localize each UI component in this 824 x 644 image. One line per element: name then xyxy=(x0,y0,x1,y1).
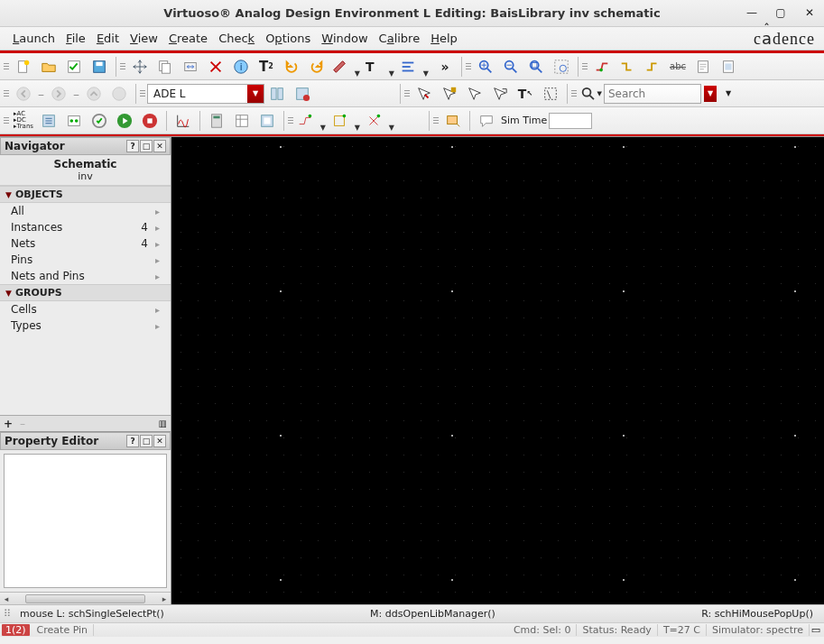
page-indicator[interactable]: 1(2) xyxy=(2,624,30,636)
info-icon[interactable]: i xyxy=(229,56,253,78)
doc-icon-b[interactable] xyxy=(717,56,740,78)
calc-icon[interactable] xyxy=(205,110,228,132)
menu-window[interactable]: Window xyxy=(316,30,373,47)
sim-time-input[interactable] xyxy=(549,113,592,129)
results-icon[interactable] xyxy=(230,110,254,132)
svg-point-49 xyxy=(377,114,381,117)
plot-icon[interactable] xyxy=(171,110,195,132)
nav-item[interactable]: Nets4▸ xyxy=(0,235,171,252)
select-arr3-icon[interactable] xyxy=(488,83,512,105)
menu-launch[interactable]: Launch xyxy=(7,30,60,47)
move-icon[interactable] xyxy=(128,56,152,78)
menu-edit[interactable]: Edit xyxy=(91,30,125,47)
maximize-button[interactable]: ▢ xyxy=(772,4,790,22)
layout-icon-b[interactable] xyxy=(291,83,314,105)
doc-icon-a[interactable] xyxy=(691,56,715,78)
open-icon[interactable] xyxy=(37,56,60,78)
prop-help-button[interactable]: ? xyxy=(126,435,139,447)
wire-icon-b[interactable] xyxy=(616,56,639,78)
nav-item[interactable]: Pins▸ xyxy=(0,252,171,268)
svg-rect-28 xyxy=(278,87,282,99)
nav-item[interactable]: Types▸ xyxy=(0,317,171,334)
nav-group-header[interactable]: ▼GROUPS xyxy=(0,284,171,301)
text-drop-icon[interactable]: T▼ xyxy=(365,56,397,78)
nav-item[interactable]: Cells▸ xyxy=(0,301,171,317)
prop-close-button[interactable]: ✕ xyxy=(153,435,166,447)
menu-help[interactable]: Help xyxy=(425,30,463,47)
search-input[interactable] xyxy=(604,84,701,104)
zoom-fit-icon[interactable] xyxy=(524,56,548,78)
nav-item[interactable]: Instances4▸ xyxy=(0,219,171,235)
probe-drop2[interactable]: ▼ xyxy=(330,110,363,132)
select-box-icon[interactable] xyxy=(539,83,562,105)
nav-close-button[interactable]: ✕ xyxy=(153,140,166,152)
var-icon[interactable] xyxy=(37,110,60,132)
annotate-icon[interactable] xyxy=(441,110,465,132)
new-icon[interactable] xyxy=(12,56,35,78)
menu-calibre[interactable]: Calibre xyxy=(374,30,426,47)
svg-rect-10 xyxy=(403,61,414,63)
svg-rect-22 xyxy=(725,63,731,69)
select-arr1-icon[interactable] xyxy=(438,83,461,105)
search-drop-icon[interactable]: ▼ xyxy=(579,83,603,105)
run-icon[interactable] xyxy=(113,110,136,132)
nav-group-header[interactable]: ▼OBJECTS xyxy=(0,186,171,203)
brand-logo: cadence xyxy=(754,29,815,49)
nav-home-icon xyxy=(107,83,131,105)
schematic-canvas[interactable] xyxy=(171,137,824,604)
outputs-icon[interactable] xyxy=(62,110,86,132)
nav-remove-button[interactable]: – xyxy=(20,418,25,430)
layout-icon-a[interactable] xyxy=(265,83,289,105)
probe-drop3[interactable]: ▼ xyxy=(365,110,397,132)
workspace-combo[interactable]: ADE L▼ xyxy=(147,84,264,104)
nav-float-button[interactable]: □ xyxy=(140,140,153,152)
svg-rect-4 xyxy=(96,61,102,66)
nav-help-button[interactable]: ? xyxy=(126,140,139,152)
nav-column-button[interactable]: ▥ xyxy=(159,419,167,428)
chat-icon[interactable] xyxy=(475,110,498,132)
search-opt-icon[interactable]: ▼ xyxy=(720,83,736,105)
sim-time-label: Sim Time xyxy=(501,115,547,126)
probe-drop1[interactable]: ▼ xyxy=(296,110,329,132)
select-arr2-icon[interactable] xyxy=(463,83,486,105)
menu-options[interactable]: Options xyxy=(260,30,316,47)
wire-icon-c[interactable] xyxy=(641,56,664,78)
zoom-out-icon[interactable] xyxy=(499,56,523,78)
label-abc-icon[interactable]: abc xyxy=(666,56,690,78)
align-drop-icon[interactable]: ▼ xyxy=(399,56,431,78)
search-go-red[interactable]: ▼ xyxy=(702,83,718,105)
zoom-select-icon[interactable] xyxy=(550,56,573,78)
zoom-in-icon[interactable] xyxy=(474,56,497,78)
svg-point-19 xyxy=(599,68,603,71)
check-save-icon[interactable] xyxy=(62,56,86,78)
undo-icon[interactable] xyxy=(280,56,303,78)
redo-icon[interactable] xyxy=(305,56,329,78)
navigator-header: Navigator ? □ ✕ xyxy=(0,137,171,155)
wire-icon-a[interactable] xyxy=(590,56,614,78)
delete-icon[interactable] xyxy=(204,56,227,78)
minimize-button[interactable]: — xyxy=(743,4,761,22)
copy-icon[interactable] xyxy=(153,56,177,78)
more-icon[interactable]: » xyxy=(433,56,457,78)
browser-icon[interactable] xyxy=(255,110,279,132)
netlist-icon[interactable] xyxy=(88,110,111,132)
svg-rect-43 xyxy=(213,115,219,118)
acdc-icon[interactable]: ▸AC▸DC▸Trans xyxy=(12,110,35,132)
stop-icon[interactable] xyxy=(138,110,162,132)
close-button[interactable]: ✕ xyxy=(801,4,819,22)
text-icon[interactable]: T2 xyxy=(255,56,278,78)
ruler-drop-icon[interactable]: ▼ xyxy=(330,56,363,78)
save-icon[interactable] xyxy=(88,56,111,78)
nav-item[interactable]: Nets and Pins▸ xyxy=(0,268,171,284)
property-scrollbar[interactable]: ◂▸ xyxy=(0,592,171,604)
select-check-icon[interactable] xyxy=(412,83,436,105)
nav-item[interactable]: All▸ xyxy=(0,203,171,219)
select-text-icon[interactable]: T↖ xyxy=(514,83,537,105)
menu-check[interactable]: Check xyxy=(213,30,260,47)
prop-float-button[interactable]: □ xyxy=(140,435,153,447)
menu-view[interactable]: View xyxy=(125,30,163,47)
nav-add-button[interactable]: + xyxy=(4,418,13,430)
menu-file[interactable]: File xyxy=(60,30,91,47)
stretch-icon[interactable] xyxy=(179,56,202,78)
menu-create[interactable]: Create xyxy=(163,30,213,47)
